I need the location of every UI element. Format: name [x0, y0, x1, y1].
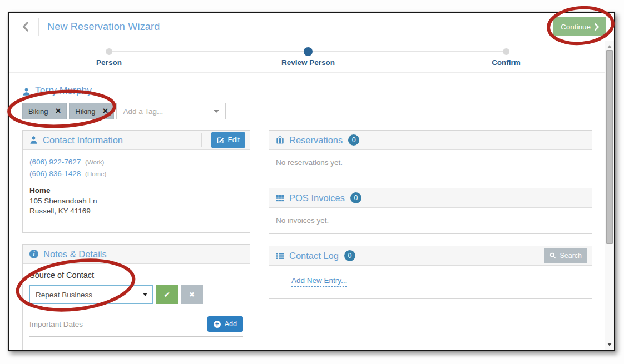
step-review-person[interactable]: Review Person [281, 41, 335, 67]
tag-chip: Biking × [22, 103, 67, 119]
phone-row: (606) 922-7627 (Work) [29, 158, 243, 166]
select-caret-icon [143, 293, 147, 296]
edit-label: Edit [227, 136, 240, 144]
vertical-scrollbar[interactable] [605, 41, 614, 350]
address-line2: Russell, KY 41169 [29, 206, 243, 217]
step-label: Review Person [281, 58, 335, 67]
wizard-stepper: Person Review Person Confirm [9, 41, 605, 73]
important-dates-row: Important Dates + Add [29, 316, 243, 332]
header-separator [534, 249, 534, 262]
address-block: Home 105 Shenandoah Ln Russell, KY 41169 [29, 186, 243, 217]
reservations-header: Reservations 0 [269, 131, 592, 150]
address-label: Home [29, 186, 243, 196]
contact-log-body: Add New Entry... [269, 266, 592, 298]
contact-information-panel: Contact Information Edit (606) [22, 130, 250, 233]
phone-row: (606) 836-1428 (Home) [29, 169, 243, 178]
add-tag-placeholder: Add a Tag... [123, 107, 163, 116]
continue-button[interactable]: Continue [553, 17, 606, 36]
chevron-right-icon [595, 23, 599, 31]
step-dot [106, 48, 112, 55]
list-icon [276, 252, 284, 260]
pos-invoices-empty-text: No invoices yet. [269, 208, 592, 233]
tag-row: Biking × Hiking × Add a Tag... [22, 103, 590, 119]
check-icon: ✔ [164, 290, 170, 299]
step-person[interactable]: Person [96, 41, 122, 67]
scrollbar-thumb[interactable] [606, 50, 613, 244]
person-icon [22, 87, 31, 96]
columns: Contact Information Edit (606) [22, 130, 590, 351]
suitcase-icon [276, 136, 284, 144]
reservations-panel: Reservations 0 No reservations yet. [269, 130, 592, 176]
search-icon [549, 252, 556, 259]
scroll-up-arrow-icon[interactable] [607, 45, 612, 48]
add-date-button[interactable]: + Add [207, 316, 243, 332]
chevron-down-icon [214, 110, 219, 113]
remove-tag-icon[interactable]: × [102, 106, 108, 116]
phone-type: (Work) [85, 159, 104, 166]
important-dates-label: Important Dates [29, 320, 83, 328]
phone-link[interactable]: (606) 922-7627 [29, 158, 81, 166]
step-label: Person [96, 58, 122, 67]
source-of-contact-value: Repeat Business [36, 291, 92, 299]
contact-information-header: Contact Information Edit [23, 131, 250, 150]
source-of-contact-row: Repeat Business ✔ ✖ [29, 285, 243, 304]
person-heading: Terry Murphy [22, 85, 590, 98]
table-icon [276, 194, 284, 202]
edit-button[interactable]: Edit [211, 132, 245, 148]
source-of-contact-label: Source of Contact [29, 271, 243, 281]
plus-circle-icon: + [214, 321, 221, 328]
confirm-source-button[interactable]: ✔ [156, 285, 178, 304]
add-tag-select[interactable]: Add a Tag... [116, 103, 226, 119]
page-title: New Reservation Wizard [47, 21, 160, 33]
notes-details-header: i Notes & Details [23, 245, 250, 264]
page: New Reservation Wizard Continue Person R… [0, 0, 624, 364]
add-new-entry-link[interactable]: Add New Entry... [291, 276, 347, 287]
right-column: Reservations 0 No reservations yet. POS … [269, 130, 592, 299]
step-label: Confirm [492, 58, 521, 67]
remove-tag-icon[interactable]: × [55, 106, 61, 116]
notes-label: Notes [29, 350, 243, 351]
content: Terry Murphy Biking × Hiking × Add a Tag… [9, 73, 605, 351]
panel-title: Contact Log [289, 251, 339, 261]
phone-type: (Home) [85, 171, 106, 177]
panel-title: Reservations [289, 135, 343, 146]
cancel-source-button[interactable]: ✖ [181, 285, 203, 304]
add-label: Add [225, 320, 237, 328]
contact-log-panel: Contact Log 0 Search Add New Entr [269, 246, 592, 299]
reservations-empty-text: No reservations yet. [269, 150, 592, 176]
contact-log-count-badge: 0 [344, 250, 355, 261]
close-icon: ✖ [189, 291, 195, 298]
notes-details-panel: i Notes & Details Source of Contact Repe… [22, 244, 250, 351]
source-of-contact-select[interactable]: Repeat Business [29, 285, 153, 304]
person-name-link[interactable]: Terry Murphy [35, 85, 92, 98]
contact-log-header: Contact Log 0 Search [269, 246, 592, 266]
panel-title: Contact Information [43, 135, 123, 146]
panel-title: POS Invoices [289, 193, 345, 203]
edit-pencil-icon [217, 137, 224, 144]
left-column: Contact Information Edit (606) [22, 130, 250, 351]
search-label: Search [559, 252, 582, 260]
pos-invoices-header: POS Invoices 0 [269, 188, 592, 208]
titlebar-divider [38, 18, 39, 36]
phone-link[interactable]: (606) 836-1428 [29, 169, 81, 178]
panel-title: Notes & Details [43, 249, 107, 260]
main-area: Person Review Person Confirm Terry Murph… [9, 41, 605, 351]
tag-label: Hiking [75, 107, 95, 116]
step-dot-active [304, 47, 313, 56]
step-dot [503, 48, 509, 55]
reservations-count-badge: 0 [348, 134, 359, 146]
step-confirm[interactable]: Confirm [492, 41, 521, 67]
tag-label: Biking [28, 107, 48, 116]
divider [29, 336, 243, 337]
contact-information-body: (606) 922-7627 (Work) (606) 836-1428 (Ho… [23, 150, 250, 226]
scroll-down-arrow-icon[interactable] [607, 343, 612, 346]
chevron-left-icon [22, 22, 28, 32]
continue-label: Continue [561, 23, 591, 31]
back-button[interactable] [19, 19, 31, 34]
pos-invoices-count-badge: 0 [350, 192, 361, 203]
pos-invoices-panel: POS Invoices 0 No invoices yet. [269, 188, 592, 234]
search-button[interactable]: Search [544, 248, 587, 263]
header-separator [201, 133, 202, 147]
app-window: New Reservation Wizard Continue Person R… [8, 12, 615, 351]
notes-details-body: Source of Contact Repeat Business ✔ ✖ [23, 264, 250, 351]
